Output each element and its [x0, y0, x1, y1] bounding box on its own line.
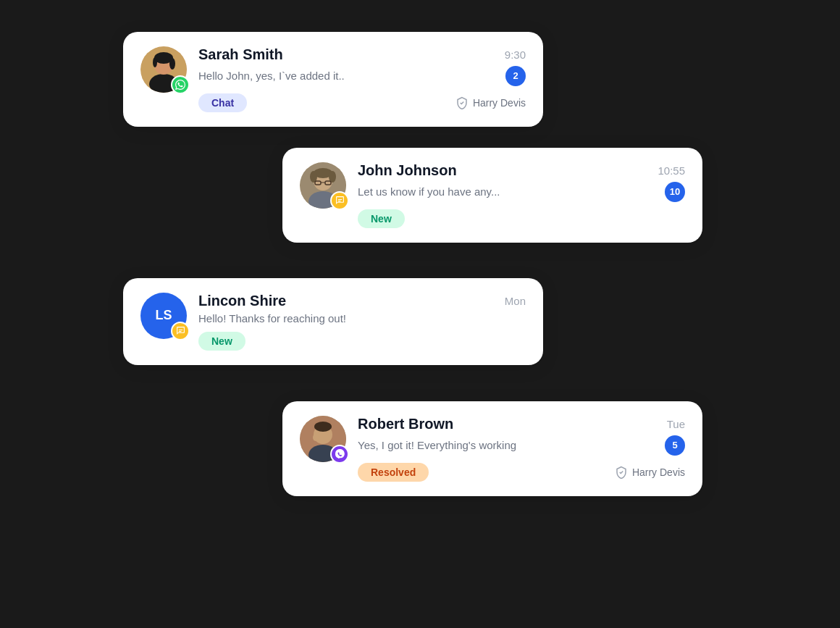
chat-card-robert[interactable]: Robert Brown Tue Yes, I got it! Everythi…: [282, 401, 702, 496]
shield-check-icon: [455, 96, 469, 109]
avatar-wrap-lincon: LS: [140, 293, 187, 339]
svg-point-4: [169, 58, 175, 70]
svg-point-5: [153, 57, 157, 67]
card-header-sarah: Sarah Smith 9:30: [198, 46, 526, 63]
shield-check-icon-robert: [615, 466, 628, 479]
tag-new-john[interactable]: New: [358, 209, 405, 228]
timestamp-sarah: 9:30: [505, 49, 526, 61]
chat-card-sarah[interactable]: Sarah Smith 9:30 Hello John, yes, I`ve a…: [123, 32, 543, 127]
contact-name-john: John Johnson: [358, 162, 457, 179]
svg-rect-18: [178, 331, 181, 332]
contact-name-robert: Robert Brown: [358, 416, 453, 432]
svg-rect-16: [337, 201, 340, 201]
message-preview-sarah: Hello John, yes, I`ve added it..: [198, 70, 498, 82]
card-content-robert: Robert Brown Tue Yes, I got it! Everythi…: [358, 416, 685, 482]
svg-point-22: [314, 422, 332, 432]
agent-name-robert: Harry Devis: [632, 466, 685, 478]
message-row-robert: Yes, I got it! Everything's working 5: [358, 435, 685, 456]
unread-badge-john: 10: [665, 182, 685, 202]
contact-name-sarah: Sarah Smith: [198, 46, 283, 63]
card-footer-lincon: New: [198, 332, 526, 351]
card-content-john: John Johnson 10:55 Let us know if you ha…: [358, 162, 685, 228]
whatsapp-badge: [171, 75, 190, 94]
assigned-agent-sarah: Harry Devis: [455, 96, 526, 109]
svg-rect-17: [178, 330, 182, 330]
tag-resolved-robert[interactable]: Resolved: [358, 463, 429, 482]
viber-badge-robert: [330, 445, 349, 464]
chat-card-lincon[interactable]: LS Lincon Shire Mon Hello! Thanks for re…: [123, 278, 543, 365]
message-row-lincon: Hello! Thanks for reaching out!: [198, 312, 526, 325]
message-row-john: Let us know if you have any... 10: [358, 182, 685, 202]
card-header-john: John Johnson 10:55: [358, 162, 685, 179]
tag-new-lincon[interactable]: New: [198, 332, 245, 351]
cards-container: Sarah Smith 9:30 Hello John, yes, I`ve a…: [123, 32, 717, 597]
card-footer-john: New: [358, 209, 685, 228]
message-row-sarah: Hello John, yes, I`ve added it.. 2: [198, 66, 526, 86]
chat-card-john[interactable]: John Johnson 10:55 Let us know if you ha…: [282, 148, 702, 243]
chat-bubble-badge-lincon: [171, 322, 190, 340]
avatar-wrap-john: [300, 162, 346, 209]
svg-rect-15: [337, 199, 341, 200]
chat-bubble-badge-john: [330, 191, 349, 210]
assigned-agent-robert: Harry Devis: [615, 466, 685, 479]
message-preview-robert: Yes, I got it! Everything's working: [358, 439, 658, 451]
tag-chat-sarah[interactable]: Chat: [198, 93, 247, 112]
message-preview-lincon: Hello! Thanks for reaching out!: [198, 312, 526, 325]
contact-name-lincon: Lincon Shire: [198, 293, 286, 309]
card-footer-sarah: Chat Harry Devis: [198, 93, 526, 112]
timestamp-robert: Tue: [667, 418, 685, 430]
unread-badge-robert: 5: [665, 435, 685, 456]
unread-badge-sarah: 2: [505, 66, 526, 86]
svg-point-23: [313, 434, 319, 441]
avatar-wrap-sarah: [140, 46, 187, 93]
card-content-lincon: Lincon Shire Mon Hello! Thanks for reach…: [198, 293, 526, 351]
card-footer-robert: Resolved Harry Devis: [358, 463, 685, 482]
card-header-robert: Robert Brown Tue: [358, 416, 685, 432]
card-content-sarah: Sarah Smith 9:30 Hello John, yes, I`ve a…: [198, 46, 526, 112]
avatar-wrap-robert: [300, 416, 346, 462]
avatar-initials-lincon: LS: [155, 308, 172, 323]
timestamp-lincon: Mon: [505, 295, 526, 307]
card-header-lincon: Lincon Shire Mon: [198, 293, 526, 309]
agent-name-sarah: Harry Devis: [473, 97, 526, 109]
message-preview-john: Let us know if you have any...: [358, 185, 658, 198]
timestamp-john: 10:55: [658, 164, 685, 177]
